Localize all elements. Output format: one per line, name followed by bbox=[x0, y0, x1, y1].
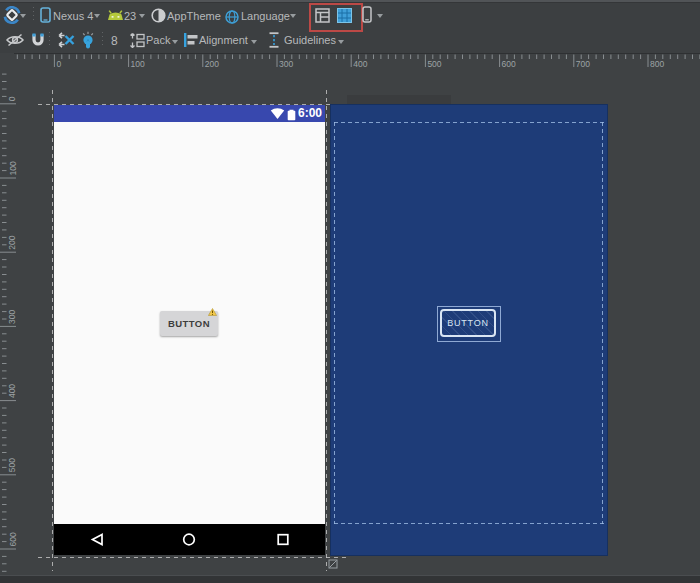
svg-text:600: 600 bbox=[502, 59, 516, 69]
svg-text:600: 600 bbox=[8, 532, 18, 546]
svg-text:400: 400 bbox=[8, 384, 18, 398]
svg-text:300: 300 bbox=[8, 309, 18, 323]
svg-text:500: 500 bbox=[427, 59, 441, 69]
svg-text:0: 0 bbox=[8, 96, 18, 101]
svg-text:100: 100 bbox=[8, 161, 18, 175]
svg-text:800: 800 bbox=[650, 59, 664, 69]
svg-text:200: 200 bbox=[205, 59, 219, 69]
svg-text:300: 300 bbox=[279, 59, 293, 69]
svg-text:0: 0 bbox=[56, 59, 61, 69]
svg-text:700: 700 bbox=[576, 59, 590, 69]
svg-text:400: 400 bbox=[353, 59, 367, 69]
svg-text:500: 500 bbox=[8, 458, 18, 472]
svg-text:100: 100 bbox=[131, 59, 145, 69]
svg-text:200: 200 bbox=[8, 235, 18, 249]
